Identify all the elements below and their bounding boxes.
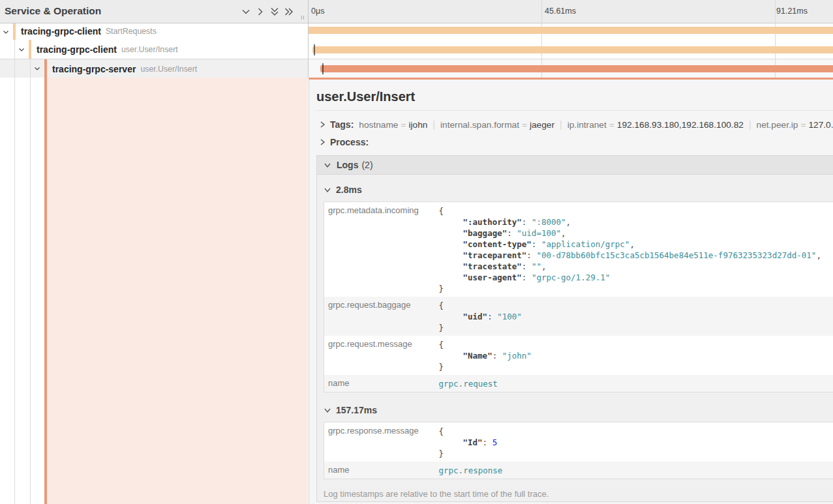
json-key: "baggage"	[463, 228, 507, 238]
span-log-marker[interactable]	[314, 44, 315, 55]
tag-summary-item: hostname=ijohn	[359, 120, 427, 130]
log-field-key: grpc.request.baggage	[324, 297, 439, 336]
json-key: "Name"	[463, 351, 492, 361]
json-line: }	[439, 322, 833, 333]
timeline-header: Service & Operation 0μs45.61ms91.21ms	[0, 0, 833, 23]
log-field-row: namegrpc.request	[324, 375, 833, 393]
json-string-value: "100"	[497, 312, 522, 321]
indent-guide	[14, 78, 15, 504]
json-line: "uid": "100"	[439, 311, 833, 322]
json-line: }	[439, 448, 833, 459]
collapse-all-icon[interactable]	[270, 7, 279, 16]
tag-key: ip.intranet	[568, 120, 607, 130]
service-color-stripe	[29, 40, 31, 59]
chevron-down-icon	[324, 407, 331, 413]
service-color-stripe	[44, 59, 47, 78]
json-line: }	[439, 283, 833, 294]
log-field-key: grpc.request.message	[324, 336, 439, 375]
operation-name: user.User/Insert	[140, 65, 197, 74]
logs-count: (2)	[361, 160, 372, 170]
log-field-value: {"Id": 5}	[439, 422, 833, 462]
json-line: }	[439, 361, 833, 372]
json-key: "uid"	[463, 312, 488, 321]
json-line: {	[439, 205, 833, 216]
trace-timeline-view: Service & Operation 0μs45.61ms91.21ms tr…	[0, 0, 833, 504]
collapse-one-icon[interactable]	[241, 7, 250, 16]
json-line: "traceparent": "00-d78bb60bfc15c3ca5cb15…	[439, 250, 833, 261]
span-detail-left-accent-row	[0, 78, 308, 504]
span-detail-panel: user.User/Insert Tags: hostname=ijohn|in…	[309, 78, 833, 504]
ruler-tick-label: 45.61ms	[545, 7, 576, 16]
column-divider[interactable]	[308, 0, 309, 78]
indent-guide	[14, 59, 15, 78]
log-field-row: grpc.request.message{"Name": "john"}	[324, 336, 833, 375]
service-name: tracing-grpc-client	[21, 26, 101, 37]
operation-name: user.User/Insert	[121, 45, 178, 54]
json-string-value: ":8000"	[532, 217, 566, 227]
json-line: {	[439, 426, 833, 437]
logs-content: 2.8msgrpc.metadata.incoming{":authority"…	[317, 174, 833, 501]
column-resize-grip[interactable]	[301, 16, 302, 20]
tag-equals: =	[519, 120, 530, 130]
log-field-value: grpc.request	[439, 375, 833, 393]
title-divider	[316, 110, 833, 111]
span-collapse-chevron-down-icon[interactable]	[2, 28, 10, 36]
json-line: "tracestate": "",	[439, 261, 833, 272]
indent-guide	[30, 78, 31, 504]
service-name: tracing-grpc-client	[37, 44, 117, 55]
service-name: tracing-grpc-server	[52, 64, 136, 74]
json-key: "user-agent"	[463, 273, 522, 282]
json-line: grpc.response	[439, 465, 833, 476]
json-line: grpc.request	[439, 378, 833, 389]
log-field-value: {":authority": ":8000","baggage": "uid=1…	[439, 202, 833, 297]
json-line: "Name": "john"	[439, 350, 833, 361]
process-accordion[interactable]: Process:	[316, 134, 833, 150]
span-log-marker[interactable]	[322, 63, 324, 74]
span-name-labels[interactable]: tracing-grpc-clientuser.User/Insert	[37, 43, 178, 56]
ruler-tick-label: 91.21ms	[776, 7, 808, 16]
ruler-tick-label: 0μs	[311, 7, 324, 16]
tag-key: hostname	[359, 120, 398, 130]
span-detail-accent[interactable]	[44, 78, 308, 504]
log-field-row: namegrpc.response	[324, 462, 833, 479]
tag-key: internal.span.format	[440, 120, 519, 130]
tag-equals: =	[607, 120, 617, 130]
log-timestamp: 2.8ms	[336, 185, 362, 195]
span-name-labels[interactable]: tracing-grpc-serveruser.User/Insert	[52, 63, 197, 76]
expand-one-icon[interactable]	[256, 7, 265, 16]
logs-accordion-header[interactable]: Logs (2)	[317, 156, 833, 174]
log-field-row: grpc.request.baggage{"uid": "100"}	[324, 297, 833, 336]
span-duration-bar[interactable]	[312, 46, 833, 53]
log-entry-header[interactable]: 157.17ms	[324, 402, 833, 418]
log-field-row: grpc.metadata.incoming{":authority": ":8…	[324, 202, 833, 297]
json-line: "content-type": "application/grpc",	[439, 239, 833, 250]
indent-guide	[30, 59, 31, 78]
log-field-key: grpc.metadata.incoming	[324, 202, 439, 297]
expand-all-icon[interactable]	[284, 7, 294, 16]
span-collapse-chevron-down-icon[interactable]	[33, 65, 41, 72]
chevron-right-icon	[319, 121, 326, 128]
json-string-value: "uid=100"	[517, 228, 561, 238]
operation-name: StartRequests	[106, 27, 157, 36]
json-key: "tracestate"	[463, 261, 522, 271]
json-line: {	[439, 339, 833, 350]
tags-accordion[interactable]: Tags: hostname=ijohn|internal.span.forma…	[316, 117, 833, 132]
log-fields-table: grpc.metadata.incoming{":authority": ":8…	[324, 201, 833, 393]
tag-separator: |	[427, 119, 440, 130]
logs-label: Logs	[337, 160, 358, 170]
json-key: "traceparent"	[463, 250, 527, 260]
column-resize-grip[interactable]	[303, 16, 304, 20]
tag-summary-item: net.peer.ip=127.0.0.1	[757, 120, 833, 130]
log-entry-header[interactable]: 2.8ms	[324, 182, 833, 198]
span-name-labels[interactable]: tracing-grpc-clientStartRequests	[21, 25, 157, 38]
json-string-value: grpc.request	[439, 379, 498, 389]
tag-separator: |	[744, 119, 757, 130]
span-collapse-chevron-down-icon[interactable]	[18, 46, 25, 53]
span-duration-bar[interactable]	[309, 27, 833, 34]
log-field-key: grpc.response.message	[324, 422, 439, 462]
indent-guide	[14, 40, 15, 59]
span-duration-bar[interactable]	[320, 65, 833, 72]
json-line: {	[439, 300, 833, 311]
service-color-stripe	[13, 23, 16, 40]
json-line: ":authority": ":8000",	[439, 216, 833, 228]
